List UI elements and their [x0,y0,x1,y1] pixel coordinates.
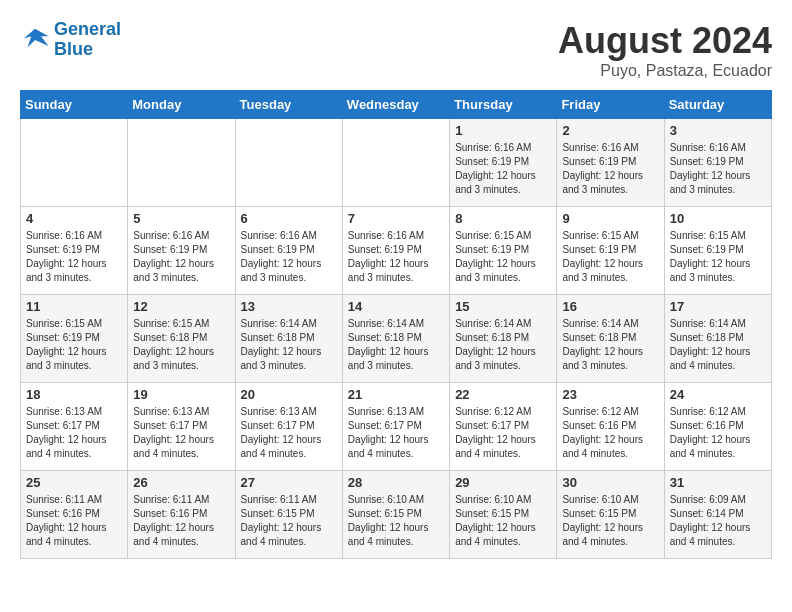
day-number: 23 [562,387,658,402]
calendar-cell: 26Sunrise: 6:11 AM Sunset: 6:16 PM Dayli… [128,471,235,559]
calendar-cell [235,119,342,207]
calendar-cell: 5Sunrise: 6:16 AM Sunset: 6:19 PM Daylig… [128,207,235,295]
calendar-body: 1Sunrise: 6:16 AM Sunset: 6:19 PM Daylig… [21,119,772,559]
day-number: 21 [348,387,444,402]
day-number: 4 [26,211,122,226]
day-info: Sunrise: 6:10 AM Sunset: 6:15 PM Dayligh… [455,493,551,549]
calendar-cell: 27Sunrise: 6:11 AM Sunset: 6:15 PM Dayli… [235,471,342,559]
day-info: Sunrise: 6:15 AM Sunset: 6:19 PM Dayligh… [26,317,122,373]
calendar-cell: 12Sunrise: 6:15 AM Sunset: 6:18 PM Dayli… [128,295,235,383]
calendar-cell: 10Sunrise: 6:15 AM Sunset: 6:19 PM Dayli… [664,207,771,295]
calendar-cell: 24Sunrise: 6:12 AM Sunset: 6:16 PM Dayli… [664,383,771,471]
day-number: 13 [241,299,337,314]
day-number: 14 [348,299,444,314]
calendar-cell [21,119,128,207]
calendar-cell: 1Sunrise: 6:16 AM Sunset: 6:19 PM Daylig… [450,119,557,207]
page-header: General Blue August 2024 Puyo, Pastaza, … [20,20,772,80]
day-info: Sunrise: 6:11 AM Sunset: 6:16 PM Dayligh… [133,493,229,549]
day-info: Sunrise: 6:14 AM Sunset: 6:18 PM Dayligh… [241,317,337,373]
day-info: Sunrise: 6:15 AM Sunset: 6:19 PM Dayligh… [670,229,766,285]
day-number: 3 [670,123,766,138]
calendar-cell: 22Sunrise: 6:12 AM Sunset: 6:17 PM Dayli… [450,383,557,471]
day-number: 22 [455,387,551,402]
calendar-cell: 11Sunrise: 6:15 AM Sunset: 6:19 PM Dayli… [21,295,128,383]
day-number: 11 [26,299,122,314]
logo: General Blue [20,20,121,60]
day-number: 16 [562,299,658,314]
svg-marker-0 [24,29,49,48]
day-info: Sunrise: 6:16 AM Sunset: 6:19 PM Dayligh… [348,229,444,285]
calendar-cell: 3Sunrise: 6:16 AM Sunset: 6:19 PM Daylig… [664,119,771,207]
calendar-cell: 7Sunrise: 6:16 AM Sunset: 6:19 PM Daylig… [342,207,449,295]
calendar-cell: 6Sunrise: 6:16 AM Sunset: 6:19 PM Daylig… [235,207,342,295]
calendar-cell: 20Sunrise: 6:13 AM Sunset: 6:17 PM Dayli… [235,383,342,471]
day-number: 20 [241,387,337,402]
day-info: Sunrise: 6:16 AM Sunset: 6:19 PM Dayligh… [670,141,766,197]
day-number: 15 [455,299,551,314]
day-info: Sunrise: 6:14 AM Sunset: 6:18 PM Dayligh… [670,317,766,373]
header-cell-tuesday: Tuesday [235,91,342,119]
calendar-cell: 18Sunrise: 6:13 AM Sunset: 6:17 PM Dayli… [21,383,128,471]
day-info: Sunrise: 6:09 AM Sunset: 6:14 PM Dayligh… [670,493,766,549]
calendar-cell: 19Sunrise: 6:13 AM Sunset: 6:17 PM Dayli… [128,383,235,471]
day-number: 2 [562,123,658,138]
week-row-2: 11Sunrise: 6:15 AM Sunset: 6:19 PM Dayli… [21,295,772,383]
day-info: Sunrise: 6:16 AM Sunset: 6:19 PM Dayligh… [455,141,551,197]
day-number: 28 [348,475,444,490]
calendar-cell: 28Sunrise: 6:10 AM Sunset: 6:15 PM Dayli… [342,471,449,559]
header-cell-thursday: Thursday [450,91,557,119]
day-info: Sunrise: 6:13 AM Sunset: 6:17 PM Dayligh… [133,405,229,461]
day-info: Sunrise: 6:11 AM Sunset: 6:16 PM Dayligh… [26,493,122,549]
logo-text: General Blue [54,20,121,60]
day-number: 7 [348,211,444,226]
calendar-table: SundayMondayTuesdayWednesdayThursdayFrid… [20,90,772,559]
calendar-cell: 13Sunrise: 6:14 AM Sunset: 6:18 PM Dayli… [235,295,342,383]
day-number: 6 [241,211,337,226]
calendar-cell: 9Sunrise: 6:15 AM Sunset: 6:19 PM Daylig… [557,207,664,295]
calendar-cell: 8Sunrise: 6:15 AM Sunset: 6:19 PM Daylig… [450,207,557,295]
week-row-0: 1Sunrise: 6:16 AM Sunset: 6:19 PM Daylig… [21,119,772,207]
logo-icon [20,25,50,55]
day-info: Sunrise: 6:15 AM Sunset: 6:19 PM Dayligh… [455,229,551,285]
day-info: Sunrise: 6:13 AM Sunset: 6:17 PM Dayligh… [241,405,337,461]
day-number: 5 [133,211,229,226]
day-info: Sunrise: 6:14 AM Sunset: 6:18 PM Dayligh… [348,317,444,373]
calendar-cell [128,119,235,207]
day-info: Sunrise: 6:13 AM Sunset: 6:17 PM Dayligh… [26,405,122,461]
header-row: SundayMondayTuesdayWednesdayThursdayFrid… [21,91,772,119]
day-number: 10 [670,211,766,226]
day-number: 9 [562,211,658,226]
day-info: Sunrise: 6:15 AM Sunset: 6:18 PM Dayligh… [133,317,229,373]
day-number: 27 [241,475,337,490]
day-info: Sunrise: 6:16 AM Sunset: 6:19 PM Dayligh… [133,229,229,285]
week-row-3: 18Sunrise: 6:13 AM Sunset: 6:17 PM Dayli… [21,383,772,471]
day-info: Sunrise: 6:12 AM Sunset: 6:17 PM Dayligh… [455,405,551,461]
day-info: Sunrise: 6:10 AM Sunset: 6:15 PM Dayligh… [562,493,658,549]
header-cell-friday: Friday [557,91,664,119]
calendar-cell: 25Sunrise: 6:11 AM Sunset: 6:16 PM Dayli… [21,471,128,559]
day-number: 30 [562,475,658,490]
calendar-subtitle: Puyo, Pastaza, Ecuador [558,62,772,80]
calendar-cell: 16Sunrise: 6:14 AM Sunset: 6:18 PM Dayli… [557,295,664,383]
day-info: Sunrise: 6:15 AM Sunset: 6:19 PM Dayligh… [562,229,658,285]
calendar-cell: 29Sunrise: 6:10 AM Sunset: 6:15 PM Dayli… [450,471,557,559]
header-cell-saturday: Saturday [664,91,771,119]
day-number: 17 [670,299,766,314]
day-number: 12 [133,299,229,314]
header-cell-monday: Monday [128,91,235,119]
calendar-cell [342,119,449,207]
calendar-cell: 17Sunrise: 6:14 AM Sunset: 6:18 PM Dayli… [664,295,771,383]
day-number: 29 [455,475,551,490]
header-cell-wednesday: Wednesday [342,91,449,119]
calendar-header: SundayMondayTuesdayWednesdayThursdayFrid… [21,91,772,119]
day-number: 24 [670,387,766,402]
day-number: 8 [455,211,551,226]
day-info: Sunrise: 6:16 AM Sunset: 6:19 PM Dayligh… [562,141,658,197]
day-number: 19 [133,387,229,402]
week-row-1: 4Sunrise: 6:16 AM Sunset: 6:19 PM Daylig… [21,207,772,295]
day-number: 31 [670,475,766,490]
calendar-cell: 23Sunrise: 6:12 AM Sunset: 6:16 PM Dayli… [557,383,664,471]
calendar-cell: 30Sunrise: 6:10 AM Sunset: 6:15 PM Dayli… [557,471,664,559]
calendar-cell: 14Sunrise: 6:14 AM Sunset: 6:18 PM Dayli… [342,295,449,383]
day-info: Sunrise: 6:13 AM Sunset: 6:17 PM Dayligh… [348,405,444,461]
